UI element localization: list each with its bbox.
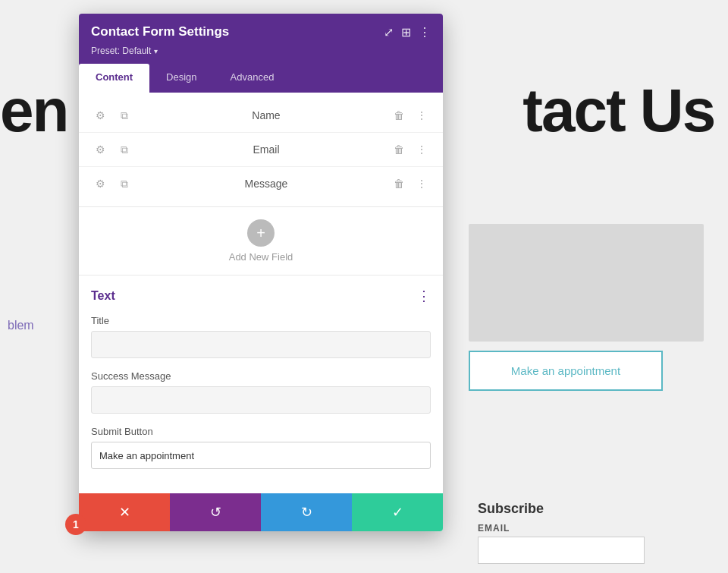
success-message-label: Success Message	[91, 370, 431, 382]
add-field-button[interactable]: +	[247, 219, 275, 247]
text-section: Text ⋮ Title Success Message Submit Butt…	[79, 275, 443, 493]
field-dots-icon-message[interactable]: ⋮	[413, 175, 431, 193]
bg-appointment-button[interactable]: Make an appointment	[469, 351, 663, 391]
field-copy-icon-name[interactable]: ⧉	[115, 106, 133, 124]
field-row-name: ⚙ ⧉ Name 🗑 ⋮	[79, 99, 443, 133]
bg-side-text: blem	[8, 319, 34, 332]
panel-footer: ✕ ↺ ↻ ✓	[79, 493, 443, 531]
panel-body: ⚙ ⧉ Name 🗑 ⋮ ⚙ ⧉ Email 🗑 ⋮	[79, 93, 443, 493]
panel-title: Contact Form Settings	[91, 24, 229, 39]
submit-button-label: Submit Button	[91, 426, 431, 437]
field-right-icons-email: 🗑 ⋮	[390, 140, 431, 159]
field-left-icons-name: ⚙ ⧉	[91, 106, 133, 124]
save-button[interactable]: ✓	[352, 493, 443, 531]
success-message-input[interactable]	[91, 386, 431, 414]
field-gear-icon-email[interactable]: ⚙	[91, 140, 109, 159]
field-copy-icon-email[interactable]: ⧉	[115, 140, 133, 159]
bg-subscribe-title: Subscribe	[478, 501, 645, 517]
undo-button[interactable]: ↺	[170, 493, 261, 531]
tab-advanced[interactable]: Advanced	[214, 64, 291, 93]
tab-content[interactable]: Content	[79, 64, 149, 93]
field-dots-icon-name[interactable]: ⋮	[413, 106, 431, 124]
field-trash-icon-email[interactable]: 🗑	[390, 140, 408, 159]
field-gear-icon-message[interactable]: ⚙	[91, 175, 109, 193]
redo-button[interactable]: ↻	[261, 493, 352, 531]
field-right-icons-name: 🗑 ⋮	[390, 106, 431, 124]
field-dots-icon-email[interactable]: ⋮	[413, 140, 431, 159]
field-trash-icon-name[interactable]: 🗑	[390, 106, 408, 124]
fields-section: ⚙ ⧉ Name 🗑 ⋮ ⚙ ⧉ Email 🗑 ⋮	[79, 93, 443, 207]
title-label: Title	[91, 315, 431, 326]
panel-header-top: Contact Form Settings ⤢ ⊞ ⋮	[91, 24, 431, 39]
field-row-message: ⚙ ⧉ Message 🗑 ⋮	[79, 167, 443, 200]
panel-preset[interactable]: Preset: Default ▾	[91, 46, 431, 56]
add-field-label: Add New Field	[229, 251, 293, 263]
expand-icon[interactable]: ⤢	[384, 25, 394, 39]
submit-button-input[interactable]	[91, 442, 431, 469]
grid-icon[interactable]: ⊞	[401, 25, 411, 39]
field-right-icons-message: 🗑 ⋮	[390, 175, 431, 193]
panel-header: Contact Form Settings ⤢ ⊞ ⋮ Preset: Defa…	[79, 14, 443, 64]
field-left-icons-message: ⚙ ⧉	[91, 175, 133, 193]
bg-gray-block	[469, 224, 704, 342]
field-label-name: Name	[143, 109, 390, 121]
bg-email-label: EMAIL	[478, 523, 645, 534]
more-options-icon[interactable]: ⋮	[419, 25, 431, 39]
text-section-menu-icon[interactable]: ⋮	[417, 288, 431, 304]
tab-design[interactable]: Design	[149, 64, 213, 93]
bg-subscribe-area: Subscribe EMAIL	[478, 501, 645, 564]
field-gear-icon-name[interactable]: ⚙	[91, 106, 109, 124]
panel-header-icons: ⤢ ⊞ ⋮	[384, 25, 431, 39]
field-left-icons-email: ⚙ ⧉	[91, 140, 133, 159]
add-field-section: + Add New Field	[79, 207, 443, 275]
field-copy-icon-message[interactable]: ⧉	[115, 175, 133, 193]
preset-arrow: ▾	[154, 47, 158, 55]
text-section-title: Text	[91, 289, 115, 303]
panel-tabs: Content Design Advanced	[79, 64, 443, 93]
notification-badge: 1	[65, 514, 86, 535]
bg-email-input[interactable]	[478, 537, 645, 564]
success-message-form-group: Success Message	[91, 370, 431, 414]
field-label-message: Message	[143, 178, 390, 190]
text-section-header: Text ⋮	[91, 288, 431, 304]
submit-button-form-group: Submit Button	[91, 426, 431, 469]
cancel-button[interactable]: ✕	[79, 493, 170, 531]
field-row-email: ⚙ ⧉ Email 🗑 ⋮	[79, 133, 443, 167]
title-input[interactable]	[91, 331, 431, 358]
contact-form-settings-panel: Contact Form Settings ⤢ ⊞ ⋮ Preset: Defa…	[79, 14, 443, 531]
field-label-email: Email	[143, 143, 390, 156]
field-trash-icon-message[interactable]: 🗑	[390, 175, 408, 193]
title-form-group: Title	[91, 315, 431, 358]
